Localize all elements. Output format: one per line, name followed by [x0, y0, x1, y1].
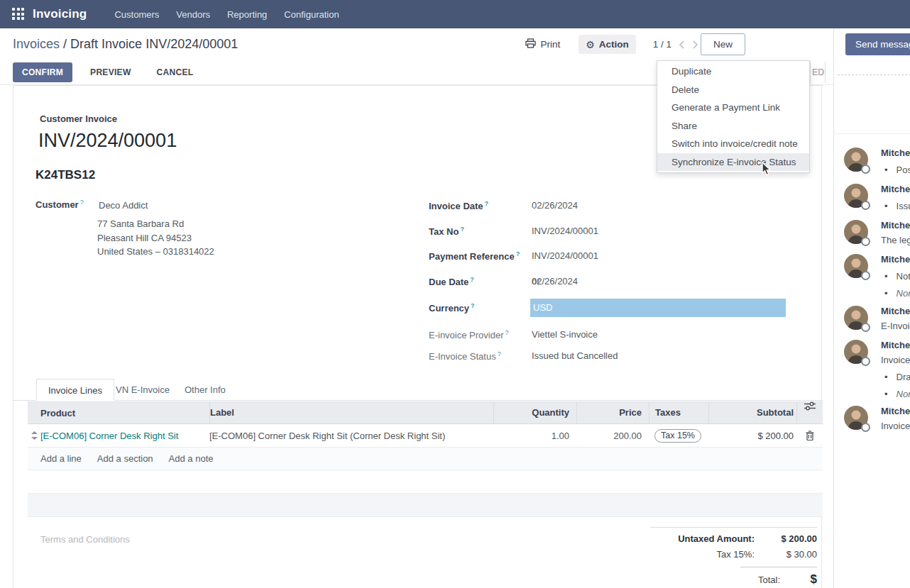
- chevron-right-icon[interactable]: [692, 40, 698, 50]
- action-dropdown-menu: Duplicate Delete Generate a Payment Link…: [657, 60, 810, 173]
- add-a-section-link[interactable]: Add a section: [97, 453, 153, 464]
- menu-item-switch-invoice-credit-note[interactable]: Switch into invoice/credit note: [657, 135, 809, 153]
- chatter-message: Mitchell Invoice C: [844, 406, 910, 431]
- tax-value: $ 30.00: [755, 549, 817, 560]
- top-navbar: Invoicing Customers Vendors Reporting Co…: [0, 0, 910, 28]
- tax-no-input[interactable]: INV/2024/00001: [532, 226, 598, 236]
- confirm-button[interactable]: CONFIRM: [13, 62, 72, 82]
- line-subtotal: $ 200.00: [708, 431, 796, 441]
- avatar: [844, 220, 868, 244]
- chatter-divider-dashed: [838, 74, 910, 75]
- header-taxes[interactable]: Taxes: [649, 401, 708, 424]
- untaxed-amount-label: Untaxed Amount:: [668, 533, 755, 544]
- trash-icon[interactable]: [796, 431, 823, 440]
- tax-badge[interactable]: Tax 15%: [654, 429, 701, 443]
- table-header-row: Product Label Quantity Price Taxes Subto…: [28, 401, 823, 424]
- send-message-button[interactable]: Send message: [845, 33, 910, 55]
- gear-icon: ⚙: [586, 40, 595, 50]
- header-label[interactable]: Label: [209, 401, 493, 424]
- cancel-button[interactable]: CANCEL: [149, 62, 202, 82]
- app-name[interactable]: Invoicing: [33, 7, 87, 21]
- tab-other-info[interactable]: Other Info: [173, 379, 237, 401]
- total-value: $ 230.00: [780, 572, 817, 588]
- chevron-left-icon[interactable]: [679, 40, 685, 50]
- avatar: [844, 184, 868, 208]
- customer-address: 77 Santa Barbara Rd Pleasant Hill CA 945…: [97, 217, 214, 259]
- notebook-tabs: Invoice Lines VN E-Invoice Other Info: [13, 379, 823, 401]
- avatar: [844, 306, 868, 330]
- preview-button[interactable]: PREVIEW: [82, 62, 138, 82]
- avatar: [844, 254, 868, 278]
- avatar: [844, 340, 868, 364]
- mouse-cursor-icon: [758, 162, 772, 179]
- action-button[interactable]: ⚙ Action: [579, 35, 636, 54]
- new-button[interactable]: New: [701, 33, 745, 55]
- help-icon: ?: [470, 276, 474, 283]
- add-a-note-link[interactable]: Add a note: [169, 453, 214, 464]
- help-icon: ?: [516, 250, 520, 257]
- line-price[interactable]: 200.00: [576, 431, 649, 441]
- status-badge-icon: [861, 357, 870, 366]
- add-a-line-link[interactable]: Add a line: [40, 453, 82, 464]
- line-label[interactable]: [E-COM06] Corner Desk Right Sit (Corner …: [209, 431, 493, 441]
- nav-item-customers[interactable]: Customers: [106, 1, 168, 28]
- nav-menu: Customers Vendors Reporting Configuratio…: [106, 1, 347, 28]
- field-payment-reference: Payment Reference? INV/2024/00001: [429, 250, 816, 265]
- menu-item-share[interactable]: Share: [657, 117, 809, 135]
- line-product[interactable]: [E-COM06] Corner Desk Right Sit: [40, 431, 178, 441]
- menu-item-duplicate[interactable]: Duplicate: [657, 62, 809, 81]
- nav-item-reporting[interactable]: Reporting: [219, 1, 275, 28]
- apps-grid-icon[interactable]: [12, 8, 25, 21]
- terms-and-conditions-placeholder[interactable]: Terms and Conditions: [40, 534, 130, 545]
- currency-input[interactable]: USD: [530, 299, 786, 317]
- avatar: [844, 406, 868, 430]
- help-icon: ?: [485, 200, 489, 207]
- invoice-lines-table: Product Label Quantity Price Taxes Subto…: [28, 401, 823, 517]
- chatter-message: Mitchell •Not •None: [844, 254, 910, 299]
- tax-label: Tax 15%:: [668, 549, 755, 560]
- status-badge-icon: [861, 201, 870, 210]
- invoice-line-row: [E-COM06] Corner Desk Right Sit [E-COM06…: [28, 424, 823, 448]
- chatter-message: Mitchell E-Invoice: [844, 306, 910, 331]
- tab-vn-einvoice[interactable]: VN E-Invoice: [104, 379, 181, 401]
- chatter-message: Mitchell The lega: [844, 220, 910, 245]
- header-quantity[interactable]: Quantity: [493, 401, 576, 424]
- control-panel: Invoices / Draft Invoice INV/2024/00001 …: [0, 28, 833, 60]
- chatter-message: Mitchell Invoice w •Draf •None: [844, 340, 910, 399]
- customer-label: Customer?: [35, 199, 84, 210]
- breadcrumb-current: Draft Invoice INV/2024/00001: [70, 37, 238, 51]
- header-price[interactable]: Price: [576, 401, 649, 424]
- chatter-divider: [834, 133, 910, 134]
- help-icon: ?: [471, 302, 475, 309]
- customer-name-field[interactable]: Deco Addict: [99, 200, 148, 211]
- due-date-or: or: [532, 276, 540, 287]
- payment-reference-input[interactable]: INV/2024/00001: [532, 250, 598, 261]
- avatar: [844, 148, 868, 172]
- header-subtotal[interactable]: Subtotal: [708, 401, 796, 424]
- totals-block: Untaxed Amount: $ 200.00 Tax 15%: $ 30.0…: [650, 527, 817, 588]
- breadcrumb-invoices[interactable]: Invoices: [13, 37, 60, 51]
- status-badge-icon: [861, 271, 870, 280]
- help-icon: ?: [505, 329, 509, 336]
- untaxed-amount-value: $ 200.00: [755, 533, 817, 544]
- invoice-date-input[interactable]: 02/26/2024: [532, 200, 578, 211]
- help-icon: ?: [460, 226, 464, 233]
- menu-item-synchronize-einvoice-status[interactable]: Synchronize E-invoice Status: [657, 153, 809, 172]
- breadcrumb: Invoices / Draft Invoice INV/2024/00001: [13, 37, 238, 52]
- tab-invoice-lines[interactable]: Invoice Lines: [36, 379, 114, 401]
- line-quantity[interactable]: 1.00: [493, 431, 576, 441]
- nav-item-configuration[interactable]: Configuration: [275, 1, 347, 28]
- print-icon: [525, 38, 536, 50]
- menu-item-delete[interactable]: Delete: [657, 81, 809, 99]
- print-button[interactable]: Print: [518, 34, 567, 55]
- drag-handle-icon[interactable]: [28, 431, 40, 440]
- header-product[interactable]: Product: [40, 402, 209, 424]
- invoice-reference[interactable]: K24TBS12: [35, 168, 95, 182]
- empty-line-row: [28, 470, 823, 494]
- menu-item-generate-payment-link[interactable]: Generate a Payment Link: [657, 99, 809, 117]
- pager-count: 1 / 1: [653, 39, 671, 50]
- optional-columns-icon[interactable]: [796, 401, 823, 424]
- nav-item-vendors[interactable]: Vendors: [168, 1, 219, 28]
- help-icon: ?: [498, 350, 501, 357]
- status-badge-icon: [861, 423, 870, 432]
